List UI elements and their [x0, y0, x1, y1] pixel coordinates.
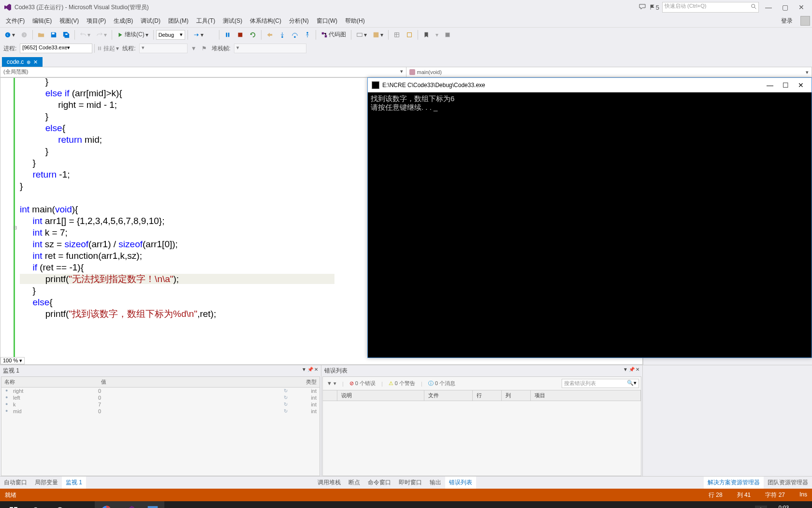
- thread-combo[interactable]: ▾: [139, 44, 188, 53]
- tab-solution-explorer[interactable]: 解决方案资源管理器: [704, 477, 764, 489]
- tb-btn-c[interactable]: [391, 30, 403, 40]
- member-dropdown[interactable]: main(void)▾: [406, 67, 812, 77]
- err-col-desc[interactable]: 说明: [337, 390, 424, 401]
- watch-row[interactable]: k7int: [1, 401, 319, 408]
- nav-fwd-button[interactable]: [18, 30, 30, 40]
- save-all-button[interactable]: [60, 30, 72, 40]
- notifications-flag[interactable]: 5: [649, 4, 659, 11]
- watch-row[interactable]: mid0int: [1, 408, 319, 415]
- panel-close-icon[interactable]: ✕: [636, 367, 639, 375]
- filter-button[interactable]: ▼ ▾: [325, 380, 338, 387]
- pin-icon[interactable]: ⊕: [27, 60, 30, 65]
- open-button[interactable]: [35, 30, 47, 40]
- search-button[interactable]: [25, 501, 48, 508]
- tab-command[interactable]: 命令窗口: [364, 477, 395, 489]
- messages-toggle[interactable]: ⓘ0 个消息: [426, 379, 457, 388]
- undo-button[interactable]: ▾: [77, 30, 93, 40]
- tray-ime[interactable]: 中: [755, 506, 767, 508]
- redo-button[interactable]: ▾: [94, 30, 109, 40]
- nav-back-button[interactable]: ▾: [2, 30, 17, 40]
- panel-close-icon[interactable]: ✕: [314, 367, 318, 375]
- watch-col-value[interactable]: 值: [98, 377, 290, 387]
- console-maximize-button[interactable]: ☐: [779, 81, 792, 89]
- continue-button[interactable]: 继续(C) ▾: [115, 29, 151, 40]
- cortana-button[interactable]: [48, 501, 72, 508]
- menu-debug[interactable]: 调试(D): [137, 15, 164, 27]
- panel-menu-icon[interactable]: ▼: [623, 367, 628, 375]
- minimize-button[interactable]: —: [762, 3, 775, 11]
- tb-btn-b[interactable]: ▾: [370, 30, 386, 40]
- step-over-button[interactable]: [289, 30, 301, 40]
- tab-watch1[interactable]: 监视 1: [62, 477, 86, 489]
- taskbar-console[interactable]: [141, 501, 164, 508]
- err-col-file[interactable]: 文件: [424, 390, 473, 401]
- step-into-button[interactable]: [276, 30, 288, 40]
- menu-edit[interactable]: 编辑(E): [29, 15, 56, 27]
- step-button[interactable]: ▾: [190, 30, 206, 40]
- panel-pin-icon[interactable]: 📌: [307, 367, 313, 375]
- user-avatar[interactable]: [800, 16, 810, 26]
- step-out-button[interactable]: [302, 30, 313, 40]
- suspend-button[interactable]: 挂起 ▾: [97, 45, 119, 53]
- watch-row[interactable]: left0int: [1, 394, 319, 401]
- tb-btn-e[interactable]: ▾: [433, 30, 441, 40]
- pause-button[interactable]: [222, 30, 233, 40]
- tab-callstack[interactable]: 调用堆栈: [314, 477, 345, 489]
- err-col-line[interactable]: 行: [473, 390, 502, 401]
- watch-row[interactable]: right0int: [1, 388, 319, 394]
- console-output[interactable]: 找到该数字，数组下标为6 请按任意键继续. . . _: [368, 92, 812, 358]
- tab-breakpoints[interactable]: 断点: [345, 477, 364, 489]
- restart-button[interactable]: [247, 30, 259, 40]
- tb-btn-a[interactable]: ▾: [354, 30, 369, 40]
- panel-menu-icon[interactable]: ▼: [302, 367, 306, 375]
- file-tab-code-c[interactable]: code.c ⊕ ✕: [2, 57, 43, 67]
- menu-help[interactable]: 帮助(H): [341, 15, 369, 27]
- bookmark-button[interactable]: [420, 30, 432, 40]
- menu-file[interactable]: 文件(F): [2, 15, 29, 27]
- tab-output[interactable]: 输出: [426, 477, 445, 489]
- menu-build[interactable]: 生成(B): [110, 15, 137, 27]
- tab-autos[interactable]: 自动窗口: [0, 477, 31, 489]
- menu-tools[interactable]: 工具(T): [192, 15, 219, 27]
- scope-dropdown[interactable]: (全局范围)▾: [0, 67, 406, 77]
- collapse-icon[interactable]: ⊟: [13, 225, 17, 230]
- codemap-button[interactable]: 代码图: [319, 29, 348, 40]
- restore-button[interactable]: ▢: [778, 3, 792, 11]
- err-col-icon[interactable]: [323, 390, 337, 401]
- panel-pin-icon[interactable]: 📌: [629, 367, 635, 375]
- quick-launch-input[interactable]: 快速启动 (Ctrl+Q): [662, 2, 759, 13]
- close-button[interactable]: ✕: [795, 3, 808, 11]
- tray-clock[interactable]: 0:03 2023/8/11: [772, 505, 796, 508]
- save-button[interactable]: [48, 30, 59, 40]
- taskbar-chrome[interactable]: [95, 501, 118, 508]
- tab-close-icon[interactable]: ✕: [33, 59, 38, 65]
- show-next-button[interactable]: [264, 30, 276, 40]
- watch-col-name[interactable]: 名称: [1, 377, 98, 387]
- menu-test[interactable]: 测试(S): [219, 15, 246, 27]
- feedback-icon[interactable]: [638, 3, 646, 12]
- stackframe-combo[interactable]: ▾: [234, 44, 306, 53]
- process-combo[interactable]: [9652] Code33.exe▾: [20, 44, 92, 53]
- config-combo[interactable]: Debug▾: [156, 30, 185, 40]
- taskview-button[interactable]: [72, 501, 95, 508]
- zoom-combo[interactable]: 100 % ▾: [0, 357, 25, 364]
- tb-btn-d[interactable]: [404, 30, 415, 40]
- menu-view[interactable]: 视图(V): [56, 15, 83, 27]
- warnings-toggle[interactable]: ⚠0 个警告: [387, 379, 417, 388]
- start-button[interactable]: [2, 501, 25, 508]
- menu-architecture[interactable]: 体系结构(C): [246, 15, 285, 27]
- tab-locals[interactable]: 局部变量: [31, 477, 62, 489]
- taskbar-visualstudio[interactable]: [118, 501, 141, 508]
- menu-analyze[interactable]: 分析(N): [285, 15, 313, 27]
- tab-team-explorer[interactable]: 团队资源管理器: [764, 477, 812, 489]
- watch-col-type[interactable]: 类型: [290, 377, 319, 387]
- menu-project[interactable]: 项目(P): [83, 15, 110, 27]
- menu-window[interactable]: 窗口(W): [313, 15, 341, 27]
- thread-flag-icon[interactable]: ⚑: [200, 45, 208, 52]
- thread-filter-icon[interactable]: ▼: [189, 45, 198, 52]
- stop-button[interactable]: [234, 30, 246, 40]
- tab-errorlist[interactable]: 错误列表: [445, 477, 476, 489]
- error-search-input[interactable]: 搜索错误列表🔍▾: [562, 379, 639, 388]
- console-close-button[interactable]: ✕: [794, 81, 808, 89]
- menu-team[interactable]: 团队(M): [164, 15, 192, 27]
